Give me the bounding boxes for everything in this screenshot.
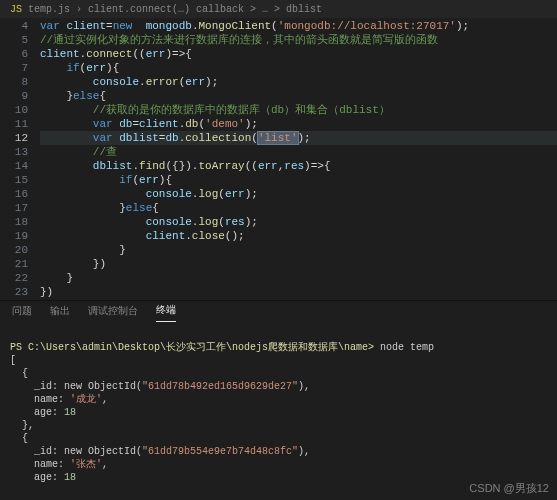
panel-tab-2[interactable]: 调试控制台 [88, 304, 138, 322]
line-number: 13 [0, 145, 28, 159]
file-name: temp.js [28, 4, 70, 15]
line-number: 16 [0, 187, 28, 201]
line-number: 7 [0, 61, 28, 75]
watermark: CSDN @男孩12 [469, 481, 549, 496]
code-line[interactable]: var db=client.db('demo'); [40, 117, 557, 131]
panel-tab-0[interactable]: 问题 [12, 304, 32, 322]
panel-tabs: 问题输出调试控制台终端 [0, 300, 557, 322]
code-line[interactable]: var dblist=db.collection('list'); [40, 131, 557, 145]
line-number: 4 [0, 19, 28, 33]
code-line[interactable]: }) [40, 285, 557, 299]
code-line[interactable]: //通过实例化对象的方法来进行数据库的连接，其中的箭头函数就是简写版的函数 [40, 33, 557, 47]
code-line[interactable]: dblist.find({}).toArray((err,res)=>{ [40, 159, 557, 173]
code-line[interactable]: console.log(err); [40, 187, 557, 201]
file-icon: JS [10, 4, 22, 15]
code-editor[interactable]: 4567891011121314151617181920212223 var c… [0, 18, 557, 300]
line-number: 20 [0, 243, 28, 257]
code-line[interactable]: console.error(err); [40, 75, 557, 89]
code-line[interactable]: }else{ [40, 89, 557, 103]
code-line[interactable]: }) [40, 257, 557, 271]
code-line[interactable]: client.connect((err)=>{ [40, 47, 557, 61]
code-line[interactable]: if(err){ [40, 61, 557, 75]
line-number: 21 [0, 257, 28, 271]
breadcrumb-path: client.connect(…) callback > … > dblist [88, 4, 322, 15]
line-number-gutter: 4567891011121314151617181920212223 [0, 18, 40, 300]
line-number: 23 [0, 285, 28, 299]
line-number: 9 [0, 89, 28, 103]
line-number: 17 [0, 201, 28, 215]
terminal-panel[interactable]: PS C:\Users\admin\Desktop\长沙实习工作\nodejs爬… [0, 322, 557, 482]
line-number: 15 [0, 173, 28, 187]
code-line[interactable]: client.close(); [40, 229, 557, 243]
code-line[interactable]: } [40, 243, 557, 257]
code-line[interactable]: }else{ [40, 201, 557, 215]
breadcrumb-sep: › [76, 4, 82, 15]
code-line[interactable]: var client=new mongodb.MongoClient('mong… [40, 19, 557, 33]
line-number: 12 [0, 131, 28, 145]
line-number: 6 [0, 47, 28, 61]
code-line[interactable]: if(err){ [40, 173, 557, 187]
line-number: 10 [0, 103, 28, 117]
line-number: 19 [0, 229, 28, 243]
breadcrumb-bar: JS temp.js › client.connect(…) callback … [0, 0, 557, 18]
line-number: 18 [0, 215, 28, 229]
code-line[interactable]: //查 [40, 145, 557, 159]
line-number: 8 [0, 75, 28, 89]
line-number: 11 [0, 117, 28, 131]
code-line[interactable]: console.log(res); [40, 215, 557, 229]
line-number: 5 [0, 33, 28, 47]
panel-tab-1[interactable]: 输出 [50, 304, 70, 322]
code-line[interactable]: } [40, 271, 557, 285]
code-line[interactable]: //获取的是你的数据库中的数据库（db）和集合（dblist） [40, 103, 557, 117]
line-number: 14 [0, 159, 28, 173]
code-area[interactable]: var client=new mongodb.MongoClient('mong… [40, 18, 557, 300]
panel-tab-3[interactable]: 终端 [156, 303, 176, 322]
line-number: 22 [0, 271, 28, 285]
